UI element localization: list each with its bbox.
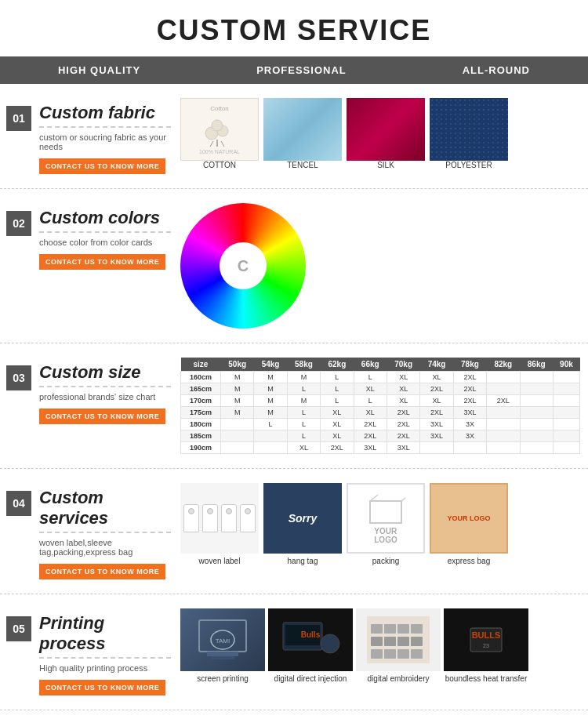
svg-line-19 xyxy=(314,205,387,329)
section-title-04: Custom services xyxy=(39,488,171,528)
heat-transfer-img: BULLS 23 xyxy=(444,608,528,671)
section-info-05: Printing process High quality printing p… xyxy=(31,608,180,695)
fabric-label-polyester: POLYESTER xyxy=(445,161,492,169)
table-row: 175cmMMLXLXL2XL2XL3XL xyxy=(181,407,580,419)
svg-rect-37 xyxy=(371,624,383,634)
table-row: 190cmXL2XL3XL3XL xyxy=(181,442,580,454)
svg-rect-6 xyxy=(314,203,486,329)
svg-line-11 xyxy=(314,266,486,329)
svg-text:23: 23 xyxy=(483,643,489,648)
service-packing: YOURLOGO packing xyxy=(347,483,425,565)
print-screen: TAMI screen printing xyxy=(180,608,265,683)
fan-strips xyxy=(314,203,486,329)
svg-rect-48 xyxy=(411,649,423,659)
svg-line-5 xyxy=(221,141,224,147)
fabric-silk: SILK xyxy=(347,98,425,169)
svg-rect-46 xyxy=(384,649,396,659)
packing-img: YOURLOGO xyxy=(347,483,425,554)
svg-line-17 xyxy=(314,212,419,329)
color-wheel-container: C xyxy=(180,203,306,329)
svg-text:Bulls: Bulls xyxy=(301,630,321,639)
section-info-01: Custom fabric custom or soucring fabric … xyxy=(31,98,180,174)
svg-rect-24 xyxy=(370,501,401,523)
express-bag-img: YOUR LOGO xyxy=(430,483,508,554)
screen-print-img: TAMI xyxy=(180,608,265,671)
print-label-digital: digital direct injection xyxy=(274,674,347,683)
svg-line-12 xyxy=(314,254,485,329)
svg-rect-42 xyxy=(384,637,396,646)
section-divider-03 xyxy=(39,386,171,387)
section-05: 05 Printing process High quality printin… xyxy=(0,594,588,710)
section-desc-04: woven label,sleeve tag,packing,express b… xyxy=(39,538,171,557)
svg-rect-28 xyxy=(207,652,238,656)
svg-rect-43 xyxy=(397,637,409,646)
service-label-express: express bag xyxy=(448,557,490,565)
color-fan-svg xyxy=(314,203,486,329)
svg-line-21 xyxy=(314,203,353,329)
quality-bar: HIGH QUALITY PROFESSIONAL ALL-ROUND xyxy=(0,56,588,84)
svg-rect-41 xyxy=(371,637,383,646)
contact-btn-01[interactable]: CONTACT US TO KNOW MORE xyxy=(39,158,165,174)
size-table: size 50kg 54kg 58kg 62kg 66kg 70kg 74kg … xyxy=(180,358,580,454)
svg-line-18 xyxy=(314,208,404,329)
svg-line-15 xyxy=(314,227,449,329)
svg-rect-44 xyxy=(411,637,423,646)
section-number-04: 04 xyxy=(6,491,31,516)
table-row: 170cmMMMLLXLXL2XL2XL xyxy=(181,395,580,407)
contact-btn-03[interactable]: CONTACT US TO KNOW MORE xyxy=(39,409,165,424)
contact-btn-04[interactable]: CONTACT US TO KNOW MORE xyxy=(39,564,165,579)
section-info-04: Custom services woven label,sleeve tag,p… xyxy=(31,483,180,579)
embroid-icon xyxy=(367,616,430,663)
print-label-embroid: digital embroidery xyxy=(368,674,430,683)
color-fan-container xyxy=(314,203,486,329)
svg-text:BULLS: BULLS xyxy=(472,630,501,640)
svg-rect-27 xyxy=(199,620,246,652)
svg-rect-31 xyxy=(211,656,234,659)
embroid-img xyxy=(356,608,441,671)
contact-btn-02[interactable]: CONTACT US TO KNOW MORE xyxy=(39,254,165,270)
svg-line-26 xyxy=(401,495,405,501)
section-number-02: 02 xyxy=(6,211,31,236)
section-title-02: Custom colors xyxy=(39,208,171,228)
svg-line-4 xyxy=(210,141,213,147)
box-icon xyxy=(366,493,405,525)
section-desc-01: custom or soucring fabric as your needs xyxy=(39,133,171,151)
svg-rect-40 xyxy=(411,624,423,634)
color-wheel-wrap: C xyxy=(180,203,486,329)
section-desc-02: choose color from color cards xyxy=(39,238,171,247)
print-label-heat: boundless heat transfer xyxy=(445,674,528,683)
svg-line-22 xyxy=(314,205,336,329)
svg-rect-38 xyxy=(384,624,396,634)
section-desc-03: professional brands' size chart xyxy=(39,392,171,401)
section-divider-05 xyxy=(39,657,171,659)
screen-print-icon: TAMI xyxy=(191,616,254,663)
svg-point-34 xyxy=(321,634,339,653)
svg-line-8 xyxy=(314,301,486,329)
table-row: 165cmMMLLXLXL2XL2XL xyxy=(181,383,580,395)
section-divider-01 xyxy=(39,126,171,128)
section-title-01: Custom fabric xyxy=(39,103,171,123)
svg-line-20 xyxy=(314,203,370,329)
table-row: 180cmLLXL2XL2XL3XL3X xyxy=(181,419,580,430)
section-01: 01 Custom fabric custom or soucring fabr… xyxy=(0,84,588,189)
hang-tag-img: Sorry xyxy=(263,483,342,554)
svg-rect-39 xyxy=(397,624,409,634)
woven-label-img xyxy=(180,483,259,554)
print-heat: BULLS 23 boundless heat transfer xyxy=(444,608,528,683)
section-02: 02 Custom colors choose color from color… xyxy=(0,189,588,343)
service-label-packing: packing xyxy=(372,557,399,565)
digital-print-icon: Bulls xyxy=(279,616,342,663)
section-03: 03 Custom size professional brands' size… xyxy=(0,343,588,469)
section-number-01: 01 xyxy=(6,106,31,131)
contact-btn-05[interactable]: CONTACT US TO KNOW MORE xyxy=(39,680,165,695)
section-divider-02 xyxy=(39,231,171,233)
fabric-label-silk: SILK xyxy=(377,161,394,169)
table-row: 160cmMMMLLXLXL2XL xyxy=(181,372,580,383)
service-express-bag: YOUR LOGO express bag xyxy=(430,483,508,565)
fabric-label-cotton: COTTON xyxy=(203,161,236,169)
fabric-cotton: Cotton 100% NATURAL COTTON xyxy=(180,98,259,169)
svg-rect-45 xyxy=(371,649,383,659)
svg-line-14 xyxy=(314,234,463,329)
section-title-03: Custom size xyxy=(39,362,171,383)
service-hang-tag: Sorry hang tag xyxy=(263,483,342,565)
